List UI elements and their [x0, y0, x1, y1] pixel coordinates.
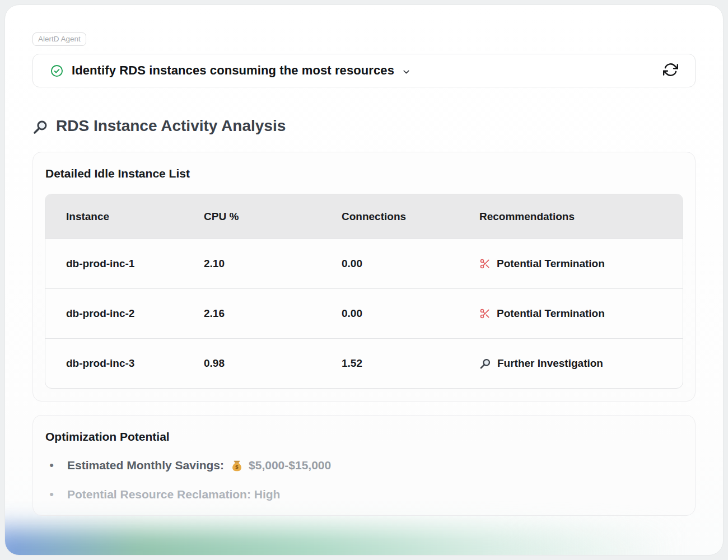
- section-heading: RDS Instance Activity Analysis: [32, 117, 696, 135]
- cell-connections: 1.52: [321, 357, 459, 370]
- cell-connections: 0.00: [321, 258, 459, 270]
- magnifier-icon: [479, 358, 491, 370]
- table-row: db-prod-inc-2 2.16 0.00 Potential Termin…: [45, 288, 683, 338]
- column-header-recommendations: Recommendations: [459, 211, 683, 223]
- cell-cpu: 2.16: [183, 307, 321, 320]
- cell-cpu: 0.98: [183, 357, 321, 370]
- agent-badge: AlertD Agent: [32, 32, 86, 46]
- column-header-cpu: CPU %: [183, 211, 321, 223]
- savings-value: $5,000-$15,000: [249, 457, 331, 474]
- savings-label: Estimated Monthly Savings:: [67, 457, 224, 474]
- app-window: AlertD Agent Identify RDS instances cons…: [4, 4, 724, 556]
- chevron-down-icon[interactable]: [402, 67, 411, 77]
- cell-recommendation: Potential Termination: [459, 258, 683, 270]
- idle-instance-table: Instance CPU % Connections Recommendatio…: [45, 194, 683, 389]
- section-title: RDS Instance Activity Analysis: [56, 117, 286, 135]
- scissors-icon: [479, 258, 491, 269]
- task-bar[interactable]: Identify RDS instances consuming the mos…: [32, 54, 696, 87]
- recommendation-text: Potential Termination: [497, 307, 605, 320]
- optimization-panel: Optimization Potential • Estimated Month…: [32, 415, 696, 516]
- magnifier-icon: [32, 119, 48, 135]
- cell-instance: db-prod-inc-2: [45, 307, 183, 320]
- cell-recommendation: Potential Termination: [459, 307, 683, 320]
- task-title: Identify RDS instances consuming the mos…: [72, 63, 394, 78]
- money-bag-icon: $: [231, 460, 243, 472]
- column-header-connections: Connections: [321, 211, 459, 223]
- cell-instance: db-prod-inc-1: [45, 258, 183, 270]
- cell-instance: db-prod-inc-3: [45, 357, 183, 370]
- table-header-row: Instance CPU % Connections Recommendatio…: [45, 194, 683, 239]
- idle-instance-panel: Detailed Idle Instance List Instance CPU…: [32, 152, 696, 402]
- cell-cpu: 2.10: [183, 258, 321, 270]
- svg-text:$: $: [235, 464, 239, 470]
- list-item: • Estimated Monthly Savings: $ $5,000-$1…: [45, 457, 683, 474]
- check-circle-icon: [50, 64, 63, 77]
- cell-recommendation: Further Investigation: [459, 357, 683, 370]
- main-content: AlertD Agent Identify RDS instances cons…: [5, 5, 723, 543]
- reclamation-text: Potential Resource Reclamation: High: [67, 486, 280, 503]
- optimization-list: • Estimated Monthly Savings: $ $5,000-$1…: [45, 457, 683, 503]
- cell-connections: 0.00: [321, 307, 459, 320]
- scissors-icon: [479, 308, 491, 319]
- column-header-instance: Instance: [45, 211, 183, 223]
- recommendation-text: Further Investigation: [497, 357, 603, 370]
- table-row: db-prod-inc-1 2.10 0.00 Potential Termin…: [45, 239, 683, 288]
- recommendation-text: Potential Termination: [497, 258, 605, 270]
- bullet-dot: •: [45, 486, 58, 503]
- refresh-icon: [663, 62, 678, 79]
- panel-title: Optimization Potential: [45, 430, 683, 444]
- panel-title: Detailed Idle Instance List: [45, 167, 683, 180]
- bullet-dot: •: [45, 457, 58, 474]
- list-item: • Potential Resource Reclamation: High: [45, 486, 683, 503]
- refresh-button[interactable]: [661, 60, 680, 81]
- table-row: db-prod-inc-3 0.98 1.52 Further Investig…: [45, 338, 683, 388]
